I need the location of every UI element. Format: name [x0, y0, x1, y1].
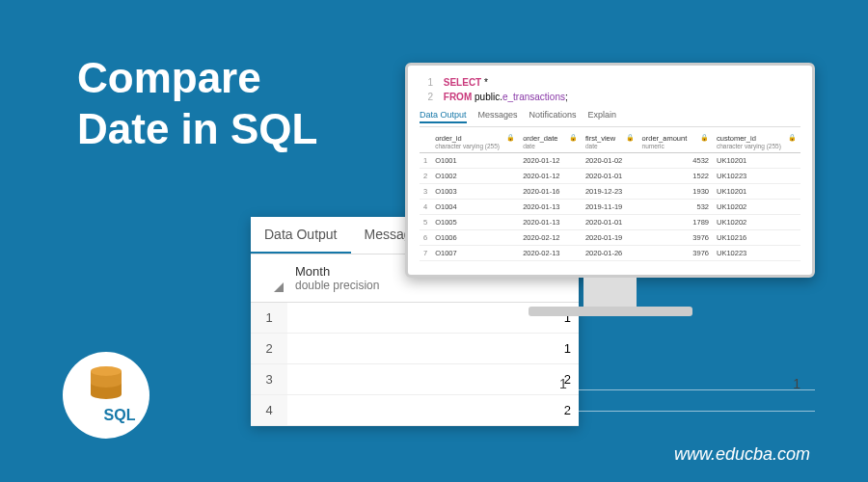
column-header[interactable]: customer_id🔒character varying (255) — [713, 131, 800, 153]
table-row[interactable]: 5O10052020-01-132020-01-011789UK10202 — [420, 215, 800, 230]
row-index: 4 — [251, 395, 287, 425]
cell-order-id: O1006 — [431, 230, 519, 246]
cell-order-id: O1003 — [431, 184, 519, 200]
lock-icon: 🔒 — [626, 134, 635, 142]
row-number: 6 — [420, 230, 431, 246]
cell-first-view: 2019-12-23 — [582, 184, 638, 200]
monitor-screen: 1 SELECT * 2 FROM public.e_transactions;… — [405, 63, 815, 278]
corner-handle-icon[interactable] — [251, 260, 287, 296]
row-index: 3 — [251, 364, 287, 394]
tab-data-output[interactable]: Data Output — [251, 217, 351, 254]
table-name: e_transactions — [502, 92, 565, 102]
watermark-text: www.educba.com — [674, 444, 810, 465]
rownum-header — [420, 131, 431, 153]
table-row[interactable]: 2O10022020-01-122020-01-011522UK10223 — [420, 169, 800, 184]
results-table: order_id🔒character varying (255)order_da… — [420, 131, 800, 261]
row-index: 2 — [251, 334, 287, 363]
line-number: 1 — [420, 75, 433, 90]
lock-icon: 🔒 — [569, 134, 578, 142]
cell-first-view: 2020-01-01 — [582, 169, 638, 184]
table-row[interactable]: 6O10062020-02-122020-01-193976UK10216 — [420, 230, 800, 246]
cell-customer-id: UK10223 — [713, 246, 800, 261]
row-number: 2 — [420, 169, 431, 184]
cell-order-date: 2020-01-12 — [519, 153, 582, 169]
cell-first-view: 2020-01-26 — [582, 246, 638, 261]
cell-customer-id: UK10202 — [713, 215, 800, 230]
monitor-frame: 1 SELECT * 2 FROM public.e_transactions;… — [405, 63, 815, 316]
column-header[interactable]: first_view🔒date — [582, 131, 638, 153]
cell-value: 1 — [287, 334, 579, 363]
sql-code-block: 1 SELECT * 2 FROM public.e_transactions; — [420, 75, 800, 104]
table-row[interactable]: 4O10042020-01-132019-11-19532UK10202 — [420, 200, 800, 215]
cell-first-view: 2020-01-01 — [582, 215, 638, 230]
cell-customer-id: UK10216 — [713, 230, 800, 246]
cell-order-amount: 4532 — [638, 153, 713, 169]
cell-order-date: 2020-01-12 — [519, 169, 582, 184]
database-icon — [91, 366, 122, 403]
cell-order-amount: 1789 — [638, 215, 713, 230]
cell-first-view: 2020-01-02 — [582, 153, 638, 169]
page-title: Compare Date in SQL — [77, 53, 317, 155]
column-header[interactable]: order_amount🔒numeric — [638, 131, 713, 153]
row-number: 5 — [420, 215, 431, 230]
result-tab-bar: Data Output Messages Notifications Expla… — [420, 110, 800, 127]
cell-first-view: 2019-11-19 — [582, 200, 638, 215]
cell-order-id: O1001 — [431, 153, 519, 169]
cell-customer-id: UK10201 — [713, 184, 800, 200]
table-row[interactable]: 21 — [251, 334, 579, 364]
cell-order-date: 2020-01-13 — [519, 215, 582, 230]
sql-keyword: SELECT — [444, 77, 481, 88]
monitor-stand-neck — [583, 278, 637, 307]
cell-order-id: O1004 — [431, 200, 519, 215]
cell-order-date: 2020-02-12 — [519, 230, 582, 246]
decor-value: 1 — [793, 376, 800, 391]
cell-order-date: 2020-01-16 — [519, 184, 582, 200]
lock-icon: 🔒 — [700, 134, 709, 142]
tab-data-output[interactable]: Data Output — [420, 110, 467, 123]
title-line-2: Date in SQL — [77, 104, 317, 155]
cell-order-amount: 3976 — [638, 230, 713, 246]
cell-order-amount: 1522 — [638, 169, 713, 184]
tab-messages[interactable]: Messages — [478, 110, 518, 123]
sql-logo-badge: SQL — [63, 352, 149, 439]
cell-order-amount: 532 — [638, 200, 713, 215]
table-row[interactable]: 7O10072020-02-132020-01-263976UK10223 — [420, 246, 800, 261]
cell-first-view: 2020-01-19 — [582, 230, 638, 246]
column-header[interactable]: order_id🔒character varying (255) — [431, 131, 519, 153]
decor-value: 1 — [559, 376, 567, 391]
line-number: 2 — [420, 90, 433, 104]
cell-order-date: 2020-01-13 — [519, 200, 582, 215]
decorative-lines: 1 1 — [366, 376, 815, 424]
sql-keyword: FROM — [444, 92, 472, 102]
cell-customer-id: UK10223 — [713, 169, 800, 184]
row-number: 4 — [420, 200, 431, 215]
row-number: 1 — [420, 153, 431, 169]
tab-explain[interactable]: Explain — [588, 110, 617, 123]
sql-label: SQL — [104, 407, 136, 424]
column-header[interactable]: order_date🔒date — [519, 131, 582, 153]
lock-icon: 🔒 — [506, 134, 515, 142]
cell-order-amount: 3976 — [638, 246, 713, 261]
table-row[interactable]: 3O10032020-01-162019-12-231930UK10201 — [420, 184, 800, 200]
monitor-stand-base — [529, 307, 692, 316]
cell-order-id: O1005 — [431, 215, 519, 230]
cell-order-id: O1002 — [431, 169, 519, 184]
title-line-1: Compare — [77, 53, 317, 104]
row-number: 3 — [420, 184, 431, 200]
table-row[interactable]: 1O10012020-01-122020-01-024532UK10201 — [420, 153, 800, 169]
row-index: 1 — [251, 303, 287, 333]
cell-order-id: O1007 — [431, 246, 519, 261]
lock-icon: 🔒 — [788, 134, 797, 142]
tab-notifications[interactable]: Notifications — [529, 110, 577, 123]
row-number: 7 — [420, 246, 431, 261]
cell-order-amount: 1930 — [638, 184, 713, 200]
cell-customer-id: UK10202 — [713, 200, 800, 215]
cell-customer-id: UK10201 — [713, 153, 800, 169]
cell-order-date: 2020-02-13 — [519, 246, 582, 261]
